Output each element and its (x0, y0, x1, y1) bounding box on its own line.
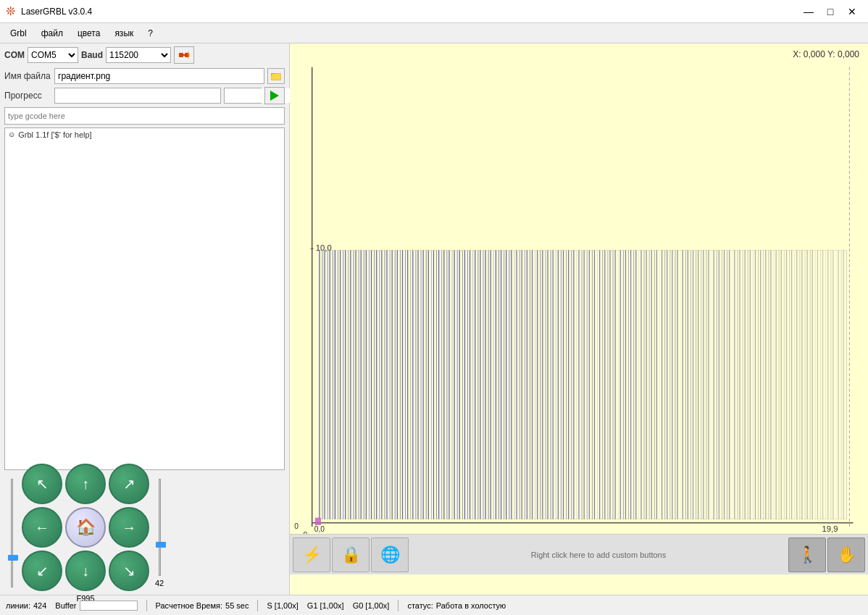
console-text: Grbl 1.1f ['$' for help] (18, 130, 91, 139)
controls-area: ↖ ↑ ↗ ← 🏠 → ↙ ↓ ↘ F995 (0, 472, 289, 595)
com-select[interactable]: COM5 COM1 COM3 COM7 (28, 47, 78, 63)
title-bar-controls: — □ ✕ (798, 4, 862, 19)
work-status: статус: Работа в холостую (407, 601, 506, 610)
globe-icon: 🌐 (380, 545, 400, 564)
menu-colors[interactable]: цвета (70, 25, 107, 41)
left-slider-track[interactable] (4, 479, 19, 587)
menu-grbl[interactable]: Grbl (3, 25, 34, 41)
svg-text:0,0: 0,0 (314, 525, 325, 533)
laser-canvas: 10,0 0 0 0,0 19,9 (290, 43, 868, 595)
laser-test-button[interactable]: ⚡ (293, 537, 330, 572)
buffer-bar (80, 601, 138, 611)
left-slider-container (4, 479, 19, 587)
status-separator-3 (398, 600, 398, 611)
jog-up-left[interactable]: ↖ (22, 464, 62, 504)
close-button[interactable]: ✕ (842, 4, 862, 19)
progress-label: Прогресс (4, 91, 51, 101)
baud-select[interactable]: 115200 9600 19200 57600 250000 (106, 47, 171, 63)
svg-rect-6 (272, 74, 280, 80)
jog-down-left[interactable]: ↙ (22, 551, 62, 591)
baud-label: Baud (81, 50, 103, 60)
jog-up[interactable]: ↑ (65, 464, 106, 504)
svg-rect-0 (179, 53, 183, 57)
jog-down-right[interactable]: ↘ (109, 551, 149, 591)
jog-grid: ↖ ↑ ↗ ← 🏠 → ↙ ↓ ↘ (22, 464, 149, 591)
lightning-icon: ⚡ (302, 545, 322, 564)
status-separator-2 (257, 600, 258, 611)
jog-up-right[interactable]: ↗ (109, 464, 149, 504)
time-label: Расчетное Время: (156, 601, 223, 610)
title-bar: ❊ LaserGRBL v3.0.4 — □ ✕ (0, 0, 868, 23)
status-separator-1 (146, 600, 147, 611)
left-slider-bar (11, 479, 13, 587)
svg-marker-3 (188, 51, 190, 59)
globe-button[interactable]: 🌐 (371, 537, 409, 572)
lock-icon: 🔒 (341, 545, 361, 564)
walk-icon: 🚶 (798, 545, 817, 564)
app-title: LaserGRBL v3.0.4 (21, 7, 92, 17)
folder-icon (270, 70, 282, 82)
svg-rect-221 (315, 518, 321, 525)
jog-down[interactable]: ↓ (65, 551, 106, 591)
right-slider-thumb (156, 542, 166, 548)
g0-status: G0 [1,00x] (353, 601, 390, 610)
lines-label: линии: (6, 601, 30, 610)
status-value: Работа в холостую (436, 601, 506, 610)
s-status: S [1,00x] (267, 601, 298, 610)
time-value: 55 sec (225, 601, 249, 610)
play-button[interactable] (264, 87, 285, 104)
lines-status: линии: 424 (6, 601, 46, 610)
console-icon: ☺ (8, 130, 15, 138)
menu-lang[interactable]: язык (107, 25, 141, 41)
jog-controls: ↖ ↑ ↗ ← 🏠 → ↙ ↓ ↘ F995 (22, 464, 149, 603)
connect-button[interactable] (174, 46, 194, 64)
gcode-input[interactable] (4, 107, 285, 125)
hand-button[interactable]: ✋ (827, 537, 865, 572)
hand-icon: ✋ (837, 545, 856, 564)
connect-icon (178, 49, 191, 62)
svg-text:19,9: 19,9 (822, 524, 838, 533)
bottom-toolbar: ⚡ 🔒 🌐 Right click here to add custom but… (290, 534, 868, 574)
maximize-button[interactable]: □ (820, 4, 840, 19)
minimize-button[interactable]: — (798, 4, 819, 19)
time-status: Расчетное Время: 55 sec (156, 601, 249, 610)
jog-left[interactable]: ← (22, 507, 62, 548)
menu-help[interactable]: ? (141, 25, 160, 41)
menu-bar: Grbl файл цвета язык ? (0, 23, 868, 43)
right-slider-container: 42 (152, 479, 167, 587)
jog-right[interactable]: → (109, 507, 149, 548)
g1-status: G1 [1,00x] (307, 601, 344, 610)
status-label: статус: (407, 601, 433, 610)
left-panel: COM COM5 COM1 COM3 COM7 Baud 115200 9600… (0, 43, 290, 595)
right-label: 42 (155, 579, 164, 587)
canvas-area[interactable]: 10,0 0 0 0,0 19,9 (290, 43, 868, 595)
lines-value: 424 (33, 601, 46, 610)
filename-input[interactable] (54, 68, 264, 84)
menu-file[interactable]: файл (34, 25, 70, 41)
file-row: Имя файла (0, 67, 289, 85)
jog-home[interactable]: 🏠 (65, 507, 106, 548)
console-line: ☺ Grbl 1.1f ['$' for help] (7, 130, 283, 140)
custom-buttons-area[interactable]: Right click here to add custom buttons (410, 551, 787, 559)
connection-row: COM COM5 COM1 COM3 COM7 Baud 115200 9600… (0, 43, 289, 67)
buffer-label: Buffer (55, 601, 76, 610)
left-slider-thumb (8, 555, 18, 561)
title-bar-left: ❊ LaserGRBL v3.0.4 (6, 4, 92, 18)
svg-text:0: 0 (294, 522, 299, 530)
buffer-status: Buffer (55, 601, 137, 611)
right-panel: X: 0,000 Y: 0,000 10,0 0 0 0,0 (290, 43, 868, 595)
open-file-button[interactable] (267, 68, 285, 84)
progress-spinbox[interactable]: ▲ ▼ (224, 88, 262, 104)
com-label: COM (4, 50, 25, 60)
right-slider-bar (159, 479, 161, 576)
walk-button[interactable]: 🚶 (788, 537, 826, 572)
app-icon: ❊ (6, 4, 15, 18)
filename-label: Имя файла (4, 71, 51, 81)
lock-button[interactable]: 🔒 (332, 537, 370, 572)
progress-bar (54, 88, 221, 104)
svg-text:10,0: 10,0 (316, 243, 332, 252)
console-area: ☺ Grbl 1.1f ['$' for help] (4, 127, 285, 470)
progress-row: Прогресс ▲ ▼ (0, 85, 289, 106)
right-slider-track[interactable] (152, 479, 167, 576)
main-layout: COM COM5 COM1 COM3 COM7 Baud 115200 9600… (0, 43, 868, 595)
